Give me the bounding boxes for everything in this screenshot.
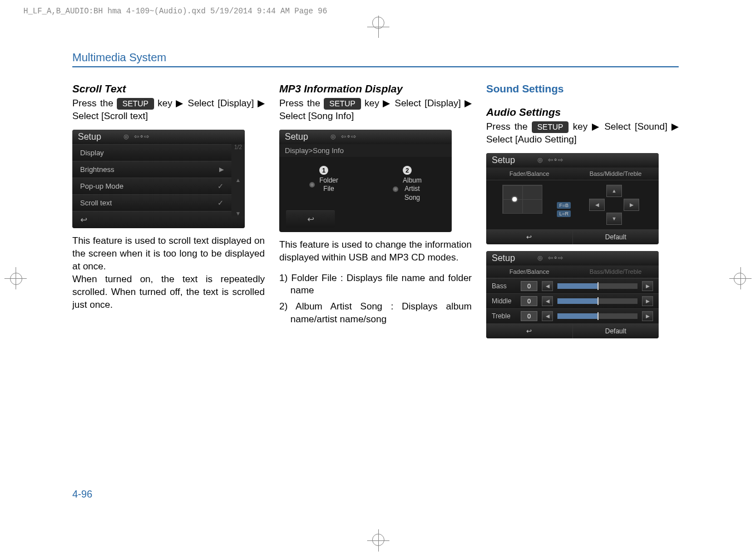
mp3-list1: 1) Folder File : Displays file name and …: [279, 272, 472, 298]
file-header: H_LF_A,B_AUDIO:BH hma 4-109~(Audio).qxd …: [23, 7, 327, 16]
fader-grid: [502, 185, 542, 214]
setup-key: SETUP: [532, 121, 569, 133]
back-button: ↪: [286, 210, 335, 228]
middle-label: Middle: [492, 297, 516, 305]
check-icon: ✓: [218, 182, 224, 190]
instr-part1: Press the: [72, 98, 117, 109]
section-header: Multimedia System: [72, 51, 679, 67]
badge-2: 2: [403, 166, 412, 175]
column-1: Scroll Text Press the SETUP key ▶ Select…: [72, 83, 265, 345]
middle-row: Middle 0 ◀ ▶: [486, 293, 659, 308]
fader-tags: F=B L=R: [557, 185, 571, 225]
down-button: ▼: [606, 213, 622, 225]
instr-part1: Press the: [486, 121, 532, 132]
radio-icon: [309, 182, 315, 188]
arrow-icon: ▶: [219, 166, 224, 173]
footer: ↪ Default: [486, 229, 659, 244]
header-icons: ◎ ⇦⚬⇨: [537, 156, 563, 164]
display-row: Display: [72, 144, 231, 161]
left-arrow: ◀: [542, 281, 553, 291]
line2: File: [323, 185, 334, 193]
page-content: Multimedia System Scroll Text Press the …: [72, 51, 679, 345]
scrollbar: 1/2 ▲ ▼: [231, 144, 245, 217]
info-options: 1 Folder File 2: [279, 157, 452, 210]
radio-icon: [393, 186, 398, 192]
audio-instruction: Press the SETUP key ▶ Select [Sound] ▶ S…: [486, 121, 679, 146]
page-number: 4-96: [72, 489, 92, 500]
return-icon: ↪: [307, 214, 314, 224]
crop-circle-left: [10, 273, 22, 285]
left-button: ◀: [589, 199, 605, 211]
back-button: ↪: [486, 230, 573, 244]
bmt-screenshot: Setup ◎ ⇦⚬⇨ Fader/Balance Bass/Middle/Tr…: [486, 251, 659, 338]
middle-slider: [557, 298, 638, 304]
scroll-text-heading: Scroll Text: [72, 83, 265, 95]
mp3-instruction: Press the SETUP key ▶ Select [Display] ▶…: [279, 97, 472, 123]
popup-label: Pop-up Mode: [80, 182, 123, 190]
down-arrow-icon: ▼: [235, 210, 241, 217]
right-arrow: ▶: [642, 311, 653, 321]
line2: Artist: [404, 185, 419, 193]
scroll-text-instruction: Press the SETUP key ▶ Select [Display] ▶…: [72, 97, 265, 123]
crop-circle-right: [734, 273, 746, 285]
option-label: Album Artist Song: [403, 176, 422, 203]
screenshot-header: Setup ◎ ⇦⚬⇨: [72, 130, 245, 144]
badge-1: 1: [319, 166, 328, 175]
tab-bmt: Bass/Middle/Treble: [572, 265, 659, 278]
page-indicator: 1/2: [234, 144, 242, 150]
column-3: Sound Settings Audio Settings Press the …: [486, 83, 679, 345]
header-icons: ◎ ⇦⚬⇨: [537, 254, 563, 262]
mp3-heading: MP3 Information Display: [279, 83, 472, 95]
display-label: Display: [80, 149, 104, 157]
column-2: MP3 Information Display Press the SETUP …: [279, 83, 472, 345]
middle-value: 0: [521, 296, 537, 306]
right-arrow: ▶: [642, 281, 653, 291]
default-button: Default: [573, 230, 659, 244]
fader-balance-screenshot: Setup ◎ ⇦⚬⇨ Fader/Balance Bass/Middle/Tr…: [486, 153, 659, 244]
bass-label: Bass: [492, 282, 516, 290]
setup-key: SETUP: [324, 98, 361, 110]
line1: Album: [403, 176, 422, 184]
screenshot-title: Setup: [492, 253, 515, 263]
crop-circle-top: [372, 17, 384, 29]
brightness-label: Brightness: [80, 165, 114, 174]
fader-dot: [512, 197, 517, 201]
tab-fader: Fader/Balance: [486, 265, 572, 278]
screenshot-title: Setup: [78, 132, 101, 142]
screenshot-header: Setup ◎ ⇦⚬⇨: [486, 153, 659, 168]
columns: Scroll Text Press the SETUP key ▶ Select…: [72, 83, 679, 345]
brightness-row: Brightness ▶: [72, 161, 231, 178]
mp3-para1: This feature is used to change the infor…: [279, 239, 472, 264]
line1: Folder: [319, 176, 338, 184]
screenshot-title: Setup: [492, 155, 515, 165]
tab-fader: Fader/Balance: [486, 168, 572, 180]
popup-row: Pop-up Mode ✓: [72, 178, 231, 194]
line3: Song: [404, 194, 420, 201]
header-icons: ◎ ⇦⚬⇨: [330, 133, 356, 140]
tabs: Fader/Balance Bass/Middle/Treble: [486, 265, 659, 278]
tag-fb: F=B: [557, 202, 571, 209]
check-icon: ✓: [218, 199, 224, 207]
treble-label: Treble: [492, 312, 516, 320]
tab-bmt: Bass/Middle/Treble: [572, 168, 659, 180]
treble-row: Treble 0 ◀ ▶: [486, 308, 659, 323]
song-info-screenshot: Setup ◎ ⇦⚬⇨ Display>Song Info 1 Folder F…: [279, 130, 452, 232]
up-button: ▲: [606, 185, 622, 197]
default-button: Default: [573, 324, 659, 338]
left-arrow: ◀: [542, 311, 553, 321]
audio-settings-heading: Audio Settings: [486, 106, 679, 119]
scroll-label: Scroll text: [80, 199, 112, 207]
scroll-text-para1: This feature is used to scroll text disp…: [72, 235, 265, 273]
back-button: ↪: [486, 324, 573, 338]
back-button: ↪: [72, 211, 245, 228]
treble-slider: [557, 313, 638, 319]
tabs: Fader/Balance Bass/Middle/Treble: [486, 168, 659, 180]
display-setup-screenshot: Setup ◎ ⇦⚬⇨ Display Brightness ▶ Pop-up …: [72, 130, 245, 228]
header-icons: ◎ ⇦⚬⇨: [123, 133, 149, 140]
scroll-row: Scroll text ✓: [72, 194, 231, 211]
bass-row: Bass 0 ◀ ▶: [486, 278, 659, 293]
bass-slider: [557, 283, 638, 289]
scroll-text-para2: When turned on, the text is repeatedly s…: [72, 273, 265, 312]
screenshot-title: Setup: [285, 132, 308, 142]
left-arrow: ◀: [542, 296, 553, 306]
